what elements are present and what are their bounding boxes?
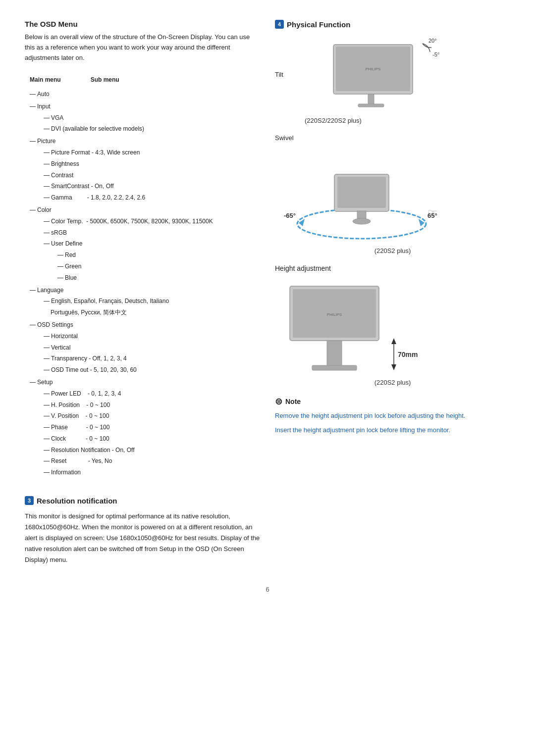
menu-phase: — Phase - 0 ~ 100: [30, 422, 260, 433]
menu-dvi: — DVI (available for selective models): [30, 123, 260, 135]
note-section: ⊜ Note Remove the height adjustment pin …: [275, 396, 510, 436]
menu-horizontal: — Horizontal: [30, 331, 260, 342]
right-column: 4 Physical Function Tilt PHILIPS 20: [275, 20, 510, 566]
svg-marker-24: [391, 364, 396, 370]
menu-srgb: — sRGB: [30, 227, 260, 239]
menu-osd-timeout: — OSD Time out - 5, 10, 20, 30, 60: [30, 364, 260, 376]
menu-color-temp: — Color Temp. - 5000K, 6500K, 7500K, 820…: [30, 216, 260, 227]
note-icon: ⊜: [275, 396, 282, 407]
svg-text:70mm: 70mm: [398, 351, 418, 358]
menu-contrast: — Contrast: [30, 170, 260, 181]
menu-red: — Red: [30, 250, 260, 261]
svg-rect-11: [337, 177, 386, 208]
svg-rect-20: [327, 341, 342, 368]
menu-osd-settings: — OSD Settings: [30, 319, 260, 331]
svg-text:PHILIPS: PHILIPS: [327, 312, 342, 317]
note-text1: Remove the height adjustment pin lock be…: [275, 411, 510, 421]
note-text2: Insert the height adjustment pin lock be…: [275, 425, 510, 436]
section3-title: 3 Resolution notification: [25, 496, 260, 505]
height-model-note: (220S2 plus): [275, 379, 510, 386]
tilt-diagram: PHILIPS 20° -5°: [304, 35, 452, 114]
svg-rect-2: [368, 94, 374, 105]
section3-title-text: Resolution notification: [37, 497, 117, 505]
menu-setup: — Setup: [30, 377, 260, 388]
menu-headers: Main menu Sub menu: [30, 75, 260, 86]
menu-picture-format: — Picture Format - 4:3, Wide screen: [30, 147, 260, 158]
menu-input: — Input: [30, 101, 260, 112]
menu-table: Main menu Sub menu — Auto — Input: [25, 75, 260, 478]
menu-power-led: — Power LED - 0, 1, 2, 3, 4: [30, 388, 260, 400]
menu-vga: — VGA: [30, 112, 260, 124]
menu-h-position: — H. Position - 0 ~ 100: [30, 400, 260, 411]
section4-title: 4 Physical Function: [275, 20, 510, 29]
menu-language: — Language: [30, 285, 260, 296]
section3-body: This monitor is designed for optimal per…: [25, 511, 260, 565]
menu-reset: — Reset - Yes, No: [30, 455, 260, 467]
menu-vertical: — Vertical: [30, 342, 260, 353]
swivel-diagram: ☞ -65° 65°: [275, 145, 453, 244]
svg-text:PHILIPS: PHILIPS: [366, 67, 381, 71]
section4-title-text: Physical Function: [287, 20, 350, 29]
note-title: ⊜ Note: [275, 396, 510, 407]
osd-description: Below is an overall view of the structur…: [25, 32, 260, 63]
svg-text:20°: 20°: [428, 38, 437, 44]
osd-menu-section: The OSD Menu Below is an overall view of…: [25, 20, 260, 478]
svg-rect-3: [358, 104, 384, 107]
section4-num: 4: [275, 20, 284, 29]
menu-v-position: — V. Position - 0 ~ 100: [30, 410, 260, 422]
tilt-label: Tilt: [275, 71, 300, 78]
section3-num: 3: [25, 496, 34, 505]
menu-blue: — Blue: [30, 272, 260, 284]
height-section: Height adjustment PHILIPS 70mm (220S2 pl…: [275, 264, 510, 386]
height-label: Height adjustment: [275, 264, 510, 272]
menu-lang-options1: — English, Español, Français, Deutsch, I…: [30, 296, 260, 307]
svg-marker-8: [299, 219, 305, 226]
height-diagram: PHILIPS 70mm: [275, 276, 424, 375]
svg-point-13: [353, 218, 371, 224]
menu-resolution-notif: — Resolution Notification - On, Off: [30, 445, 260, 456]
menu-green: — Green: [30, 261, 260, 272]
svg-rect-21: [312, 365, 357, 370]
menu-auto: — Auto: [30, 89, 260, 100]
header-sub: Sub menu: [91, 75, 119, 86]
menu-gamma: — Gamma - 1.8, 2.0, 2.2, 2.4, 2.6: [30, 192, 260, 203]
menu-color: — Color: [30, 204, 260, 216]
menu-picture: — Picture: [30, 136, 260, 147]
tilt-section: Tilt PHILIPS 20° -5°: [275, 35, 510, 124]
header-main: Main menu: [30, 75, 61, 86]
swivel-section: Swivel ☞ -65° 65° (22: [275, 134, 510, 254]
tilt-model-note: (220S2/220S2 plus): [275, 117, 510, 124]
svg-text:65°: 65°: [428, 212, 437, 219]
menu-information: — Information: [30, 467, 260, 478]
menu-smartcontrast: — SmartContrast - On, Off: [30, 181, 260, 192]
page-number: 6: [25, 586, 510, 593]
left-column: The OSD Menu Below is an overall view of…: [25, 20, 260, 566]
svg-rect-12: [357, 211, 366, 218]
section-3: 3 Resolution notification This monitor i…: [25, 496, 260, 565]
menu-clock: — Clock - 0 ~ 100: [30, 433, 260, 445]
note-title-text: Note: [285, 398, 301, 405]
menu-tree: — Auto — Input — VGA — DVI (available: [30, 89, 260, 478]
svg-marker-23: [391, 338, 396, 344]
swivel-label: Swivel: [275, 134, 510, 142]
svg-text:-65°: -65°: [284, 212, 296, 219]
svg-text:-5°: -5°: [432, 51, 439, 57]
menu-transparency: — Transparency - Off, 1, 2, 3, 4: [30, 353, 260, 364]
osd-title: The OSD Menu: [25, 20, 260, 28]
menu-brightness: — Brightness: [30, 158, 260, 170]
menu-lang-options2: Português, Pyccки, 简体中文: [30, 307, 260, 318]
swivel-model-note: (220S2 plus): [275, 247, 510, 254]
menu-user-define: — User Define: [30, 238, 260, 250]
